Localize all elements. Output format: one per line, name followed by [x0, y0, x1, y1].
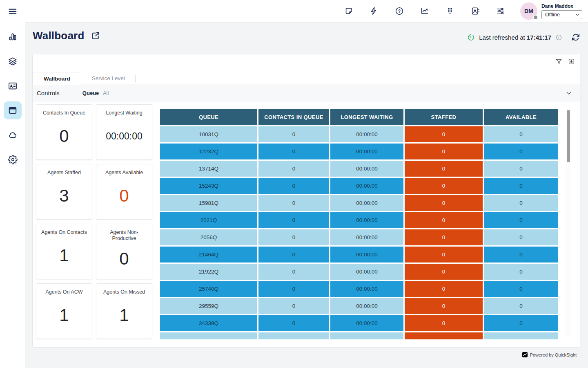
refresh-icon[interactable]: [571, 33, 580, 42]
queue-filter-value: All: [103, 90, 109, 96]
page-head: Wallboard: [33, 29, 100, 42]
cell-available: 0: [484, 161, 558, 177]
cell-queue: 13714Q: [160, 161, 257, 177]
metrics-icon[interactable]: [420, 6, 430, 16]
kpi-card-value: 0: [96, 176, 152, 219]
cell-contacts-in-queue: 0: [258, 315, 329, 331]
cell-available: 0: [484, 229, 558, 245]
queue-table: QUEUECONTACTS IN QUEUELONGEST WAITINGSTA…: [160, 109, 558, 339]
cell-available: 0: [484, 126, 558, 142]
cell-contacts-in-queue: 0: [258, 161, 329, 177]
table-body: 10031Q 0 00:00:00 0 0 12232Q 0 00:00:00 …: [160, 126, 558, 339]
kpi-card-value: 3: [36, 176, 92, 219]
user-area: DM Dane Maddox Offline: [520, 2, 582, 20]
filter-icon[interactable]: [555, 58, 562, 65]
menu-icon[interactable]: [4, 5, 22, 18]
table-row: 15981Q 0 00:00:00 0 0: [160, 195, 558, 211]
cell-staffed: 0: [405, 229, 483, 245]
cell-staffed: 0: [405, 126, 483, 142]
cell-longest-waiting: 00:00:00: [330, 247, 403, 263]
sidebar-item-cloud[interactable]: [4, 126, 22, 144]
sliders-icon[interactable]: [496, 6, 506, 16]
kpi-card-title: Longest Waiting: [96, 110, 152, 116]
timer-icon: [467, 34, 475, 41]
lightning-icon[interactable]: [369, 6, 379, 16]
table-column-header: CONTACTS IN QUEUE: [258, 109, 329, 125]
table-column-header: LONGEST WAITING: [330, 109, 403, 125]
kpi-card-value: 0: [96, 242, 152, 279]
kpi-card-value: 0: [36, 116, 92, 159]
sidebar-item-directory[interactable]: [4, 77, 22, 95]
table-column-header: QUEUE: [160, 109, 257, 125]
cell-staffed: 0: [405, 161, 483, 177]
cell-staffed: [405, 332, 483, 339]
kpi-card-value: 1: [36, 295, 92, 339]
sidebar-item-wallboard[interactable]: [4, 101, 22, 119]
contacts-icon[interactable]: [470, 6, 480, 16]
cell-queue: 29559Q: [160, 298, 257, 314]
dialpad-icon[interactable]: [445, 6, 455, 16]
cell-queue: 25740Q: [160, 281, 257, 297]
table-row: 10031Q 0 00:00:00 0 0: [160, 126, 558, 142]
cell-available: 0: [484, 178, 558, 194]
external-link-icon[interactable]: [91, 31, 100, 40]
cell-staffed: 0: [405, 247, 483, 263]
queue-filter[interactable]: Queue All: [82, 90, 109, 96]
cell-available: 0: [484, 315, 558, 331]
cell-longest-waiting: 00:00:00: [330, 161, 403, 177]
cell-staffed: 0: [405, 144, 483, 159]
page-title: Wallboard: [33, 29, 85, 42]
cloud-icon: [8, 130, 18, 140]
cell-staffed: 0: [405, 281, 483, 297]
last-refreshed-time: 17:41:17: [527, 34, 551, 41]
layers-icon: [8, 56, 18, 66]
kpi-card: Contacts In Queue 0: [36, 104, 92, 160]
chevron-down-icon[interactable]: [565, 90, 572, 97]
scrollbar-thumb[interactable]: [567, 110, 570, 162]
table-row: [160, 332, 558, 339]
cell-contacts-in-queue: 0: [258, 126, 329, 142]
topbar-icons: ?: [344, 6, 506, 16]
cell-available: 0: [484, 144, 558, 159]
cell-longest-waiting: 00:00:00: [330, 281, 403, 297]
queue-filter-label: Queue: [82, 90, 99, 96]
cell-contacts-in-queue: 0: [258, 298, 329, 314]
refresh-area: Last refreshed at 17:41:17: [467, 33, 580, 42]
note-icon[interactable]: [344, 6, 354, 16]
kpi-card-title: Agents On Missed: [96, 289, 152, 295]
table-header-row: QUEUECONTACTS IN QUEUELONGEST WAITINGSTA…: [160, 109, 558, 125]
kpi-card: Agents On ACW 1: [36, 283, 92, 339]
cell-queue: 10031Q: [160, 126, 257, 142]
cell-longest-waiting: [330, 332, 403, 339]
cell-available: 0: [484, 281, 558, 297]
avatar-initials: DM: [524, 8, 533, 14]
status-select[interactable]: Offline: [541, 10, 582, 19]
avatar[interactable]: DM: [520, 2, 537, 20]
help-icon[interactable]: ?: [394, 6, 404, 16]
kpi-card-value: 00:00:00: [96, 116, 152, 159]
sidebar-item-channels[interactable]: [4, 52, 22, 70]
sidebar-item-settings[interactable]: [4, 150, 22, 168]
kpi-card-title: Agents On ACW: [36, 289, 92, 295]
cell-queue: [160, 332, 257, 339]
tab-service-level[interactable]: Service Level: [81, 72, 136, 85]
controls-bar: Controls Queue All: [33, 85, 580, 101]
kpi-card-title: Agents On Contacts: [36, 229, 92, 236]
sidebar-item-analytics[interactable]: [4, 28, 22, 46]
cell-contacts-in-queue: 0: [258, 195, 329, 211]
info-icon[interactable]: [555, 34, 562, 41]
cell-queue: 21922Q: [160, 264, 257, 280]
kpi-card: Agents On Contacts 1: [36, 224, 92, 279]
cell-staffed: 0: [405, 298, 483, 314]
cell-staffed: 0: [405, 178, 483, 194]
last-refreshed-label: Last refreshed at: [479, 34, 525, 41]
export-icon[interactable]: [568, 58, 575, 65]
kpi-card: Agents Available 0: [96, 164, 152, 220]
cell-contacts-in-queue: 0: [258, 229, 329, 245]
cell-contacts-in-queue: 0: [258, 247, 329, 263]
wallboard-panel: Wallboard Service Level Controls Queue A…: [33, 54, 580, 347]
table-column-header: AVAILABLE: [484, 109, 558, 125]
kpi-card-value: 1: [96, 295, 152, 339]
cell-longest-waiting: 00:00:00: [330, 298, 403, 314]
tab-wallboard[interactable]: Wallboard: [33, 72, 81, 85]
